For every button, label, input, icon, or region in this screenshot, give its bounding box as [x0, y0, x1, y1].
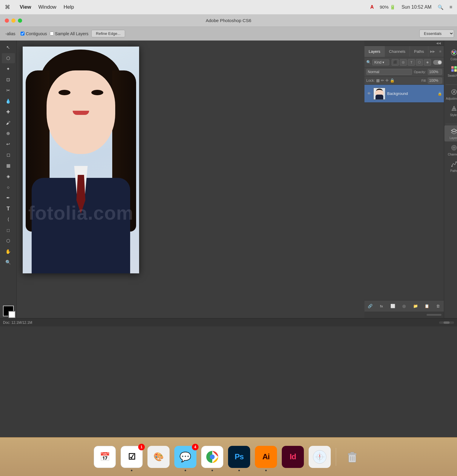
tool-magic-wand[interactable]: ✦	[2, 64, 15, 74]
panel-menu-btn[interactable]: ≡	[437, 49, 444, 54]
tool-pen[interactable]: ✒	[2, 193, 15, 203]
contiguous-checkbox-label[interactable]: Contiguous	[21, 31, 47, 36]
tool-3d[interactable]: ⬡	[2, 236, 15, 246]
search-icon[interactable]: 🔍	[438, 4, 444, 10]
filter-smart-btn[interactable]: ◈	[424, 59, 431, 66]
tool-gradient[interactable]: ▦	[2, 161, 15, 171]
channels-icon-label: Channels	[448, 153, 457, 156]
tool-slice[interactable]: ✂	[2, 85, 15, 95]
app-titlebar: Adobe Photoshop CS6	[0, 14, 457, 27]
foreground-background-colors[interactable]	[3, 306, 14, 316]
panel-item-color[interactable]: Color	[444, 47, 457, 63]
panel-expand-arrows[interactable]: ▶▶	[428, 50, 437, 53]
dock-colors[interactable]: 🎨	[147, 445, 170, 469]
refine-edge-button[interactable]: Refine Edge...	[91, 30, 125, 37]
dock-indesign[interactable]: Id	[281, 445, 305, 469]
tab-channels[interactable]: Channels	[385, 46, 410, 57]
tab-paths[interactable]: Paths	[410, 46, 428, 57]
tool-eraser[interactable]: ◻	[2, 150, 15, 160]
tool-stamp[interactable]: ⊕	[2, 128, 15, 138]
dock-illustrator[interactable]: Ai	[254, 445, 278, 469]
dock-photoshop[interactable]: Ps	[227, 445, 251, 469]
help-menu[interactable]: Help	[64, 4, 74, 10]
sample-all-checkbox[interactable]	[50, 32, 54, 36]
blend-mode-dropdown[interactable]: Normal	[366, 69, 412, 75]
filter-adjust-btn[interactable]: ◎	[400, 59, 407, 66]
opacity-value[interactable]: 100%	[428, 69, 442, 75]
macos-dock: 📅 ☑ 1 🎨 💬 4 Ps Ai	[0, 437, 457, 476]
svg-point-17	[456, 161, 457, 163]
add-mask-btn[interactable]: ⬜	[389, 302, 397, 310]
drag-handle-3: · · ·	[445, 119, 457, 123]
tool-eyedropper[interactable]: 💧	[2, 96, 15, 106]
layer-effects-btn[interactable]: fx	[378, 302, 385, 310]
lock-paint-btn[interactable]: ✏	[381, 78, 384, 83]
collapse-left-btn[interactable]: ◀◀	[435, 41, 442, 45]
window-menu[interactable]: Window	[38, 4, 56, 10]
dock-chrome[interactable]	[200, 445, 224, 469]
tool-dodge[interactable]: ○	[2, 182, 15, 192]
panel-item-paths-icon[interactable]: Paths	[444, 158, 457, 174]
essentials-dropdown-container[interactable]: Essentials	[419, 30, 454, 38]
panel-item-swatches[interactable]: Swatches	[444, 63, 457, 79]
filter-kind-dropdown[interactable]: Kind ▾	[372, 59, 389, 65]
anti-alias-label: -alias	[3, 30, 18, 37]
apple-menu[interactable]: ⌘	[5, 4, 10, 10]
add-group-btn[interactable]: 📁	[412, 302, 419, 310]
chrome-dot	[212, 470, 213, 471]
tool-path-select[interactable]: ⟨	[2, 214, 15, 224]
close-button[interactable]	[5, 19, 9, 23]
dock-calendar[interactable]: 📅	[93, 445, 117, 469]
minimize-button[interactable]	[11, 19, 16, 23]
tool-brush[interactable]: 🖌	[2, 118, 15, 128]
notification-icon[interactable]: ≡	[450, 4, 452, 10]
dock-trash[interactable]	[340, 445, 364, 469]
filter-shape-btn[interactable]: ⬡	[416, 59, 423, 66]
dock-safari[interactable]	[308, 445, 332, 469]
status-info: Doc: 12.1M/12.1M	[3, 321, 32, 325]
tool-move[interactable]: ↖	[2, 42, 15, 53]
tool-zoom[interactable]: 🔍	[2, 257, 15, 267]
panel-item-layers-icon[interactable]: Layers	[444, 125, 457, 141]
lock-move-btn[interactable]: ✛	[385, 78, 389, 83]
panel-item-adjustments[interactable]: A Adjustments	[444, 86, 457, 102]
fill-value[interactable]: 100%	[428, 78, 442, 84]
layer-name: Background	[387, 91, 436, 96]
panel-item-styles[interactable]: Styles	[444, 102, 457, 118]
tool-blur[interactable]: ◈	[2, 171, 15, 181]
sample-all-text: Sample All Layers	[55, 31, 88, 36]
filter-toggle-container[interactable]	[433, 60, 442, 65]
lock-transparency-btn[interactable]: ▦	[376, 78, 380, 83]
swatches-panel-label: Swatches	[448, 74, 457, 77]
table-row[interactable]: 👁 Background 🔒	[364, 85, 444, 103]
canvas-image: fotolia.com	[23, 47, 139, 273]
contiguous-checkbox[interactable]	[21, 32, 24, 36]
add-adjustment-btn[interactable]: ◎	[400, 302, 408, 310]
essentials-dropdown[interactable]: Essentials	[419, 30, 454, 38]
filter-pixel-btn[interactable]: ⬛	[392, 59, 399, 66]
maximize-button[interactable]	[18, 19, 22, 23]
tool-crop[interactable]: ⊡	[2, 75, 15, 85]
panel-item-channels-icon[interactable]: Channels	[444, 142, 457, 158]
tool-history-brush[interactable]: ↩	[2, 139, 15, 149]
tab-layers[interactable]: Layers	[364, 46, 385, 57]
contiguous-label: Contiguous	[26, 31, 47, 36]
tool-lasso[interactable]: ⬡	[2, 53, 15, 63]
delete-layer-btn[interactable]: 🗑	[434, 302, 442, 310]
link-layers-btn[interactable]: 🔗	[366, 302, 374, 310]
lock-all-btn[interactable]: 🔒	[390, 78, 395, 83]
filter-type-btn[interactable]: T	[408, 59, 415, 66]
scroll-bar[interactable]	[439, 321, 454, 324]
tool-text[interactable]: T	[2, 204, 15, 214]
create-layer-btn[interactable]: 📋	[423, 302, 431, 310]
tool-heal[interactable]: ✚	[2, 107, 15, 117]
app-name-menu[interactable]: View	[20, 4, 31, 10]
tool-hand[interactable]: ✋	[2, 247, 15, 257]
sample-all-label[interactable]: Sample All Layers	[50, 31, 88, 36]
filter-toggle[interactable]	[433, 60, 442, 65]
dock-messages[interactable]: 💬 4	[173, 445, 197, 469]
scroll-thumb[interactable]	[444, 321, 450, 324]
layer-visibility-toggle[interactable]: 👁	[366, 91, 372, 96]
tool-shape[interactable]: □	[2, 225, 15, 235]
dock-reminders[interactable]: ☑ 1	[120, 445, 144, 469]
